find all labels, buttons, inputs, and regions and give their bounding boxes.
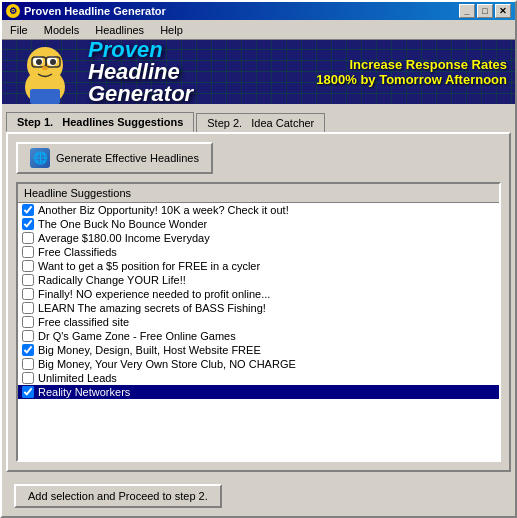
generate-button[interactable]: 🌐 Generate Effective Headlines [16, 142, 213, 174]
list-body[interactable]: Another Biz Opportunity! 10K a week? Che… [18, 203, 499, 460]
title-bar: ⚙ Proven Headline Generator _ □ ✕ [2, 2, 515, 20]
logo-proven: Proven [88, 40, 193, 61]
list-item-text: Radically Change YOUR Life!! [38, 274, 186, 286]
list-item-checkbox[interactable] [22, 344, 34, 356]
menu-file[interactable]: File [6, 22, 32, 38]
list-header-label: Headline Suggestions [24, 187, 131, 199]
window-title: Proven Headline Generator [24, 5, 166, 17]
tagline-line1: Increase Response Rates [316, 57, 507, 72]
list-item-text: Finally! NO experience needed to profit … [38, 288, 270, 300]
list-item[interactable]: LEARN The amazing secrets of BASS Fishin… [18, 301, 499, 315]
minimize-button[interactable]: _ [459, 4, 475, 18]
list-item-checkbox[interactable] [22, 316, 34, 328]
tagline-line2: 1800% by Tomorrow Afternoon [316, 72, 507, 87]
list-item-text: Unlimited Leads [38, 372, 117, 384]
proceed-button[interactable]: Add selection and Proceed to step 2. [14, 484, 222, 508]
logo-headline: Headline [88, 61, 193, 83]
header-tagline: Increase Response Rates 1800% by Tomorro… [316, 57, 507, 87]
list-item-checkbox[interactable] [22, 274, 34, 286]
list-item-text: The One Buck No Bounce Wonder [38, 218, 207, 230]
list-item[interactable]: Unlimited Leads [18, 371, 499, 385]
list-item-checkbox[interactable] [22, 386, 34, 398]
list-item-text: Average $180.00 Income Everyday [38, 232, 210, 244]
tab-step2-label: Step 2. Idea Catcher [207, 117, 314, 129]
list-item-checkbox[interactable] [22, 204, 34, 216]
list-item[interactable]: Another Biz Opportunity! 10K a week? Che… [18, 203, 499, 217]
header-content: Proven Headline Generator Increase Respo… [10, 40, 507, 104]
list-item[interactable]: Dr Q's Game Zone - Free Online Games [18, 329, 499, 343]
close-button[interactable]: ✕ [495, 4, 511, 18]
list-item-text: Free Classifieds [38, 246, 117, 258]
list-item-text: Free classified site [38, 316, 129, 328]
list-item-checkbox[interactable] [22, 302, 34, 314]
svg-point-5 [50, 59, 56, 65]
list-item-text: LEARN The amazing secrets of BASS Fishin… [38, 302, 266, 314]
window-controls: _ □ ✕ [459, 4, 511, 18]
main-content: Step 1. Headlines Suggestions Step 2. Id… [2, 104, 515, 516]
tab-step1[interactable]: Step 1. Headlines Suggestions [6, 112, 194, 132]
list-item[interactable]: Want to get a $5 position for FREE in a … [18, 259, 499, 273]
list-item-checkbox[interactable] [22, 372, 34, 384]
generate-button-label: Generate Effective Headlines [56, 152, 199, 164]
title-bar-left: ⚙ Proven Headline Generator [6, 4, 166, 18]
svg-point-9 [42, 66, 48, 70]
app-logo: Proven Headline Generator [88, 40, 193, 104]
main-window: ⚙ Proven Headline Generator _ □ ✕ File M… [0, 0, 517, 518]
list-item[interactable]: Free Classifieds [18, 245, 499, 259]
menu-models[interactable]: Models [40, 22, 83, 38]
svg-rect-10 [30, 89, 60, 104]
headline-list: Headline Suggestions Another Biz Opportu… [16, 182, 501, 462]
list-item[interactable]: Free classified site [18, 315, 499, 329]
mascot-image [10, 40, 80, 104]
tab-step2[interactable]: Step 2. Idea Catcher [196, 113, 325, 132]
list-item-checkbox[interactable] [22, 246, 34, 258]
proceed-button-label: Add selection and Proceed to step 2. [28, 490, 208, 502]
svg-point-4 [36, 59, 42, 65]
list-item[interactable]: Finally! NO experience needed to profit … [18, 287, 499, 301]
list-item-text: Want to get a $5 position for FREE in a … [38, 260, 260, 272]
list-item[interactable]: Big Money, Your Very Own Store Club, NO … [18, 357, 499, 371]
tab-step1-label: Step 1. Headlines Suggestions [17, 116, 183, 128]
list-item-text: Reality Networkers [38, 386, 130, 398]
list-header: Headline Suggestions [18, 184, 499, 203]
menu-headlines[interactable]: Headlines [91, 22, 148, 38]
maximize-button[interactable]: □ [477, 4, 493, 18]
list-item[interactable]: Big Money, Design, Built, Host Website F… [18, 343, 499, 357]
list-item-text: Big Money, Design, Built, Host Website F… [38, 344, 261, 356]
list-item-text: Big Money, Your Very Own Store Club, NO … [38, 358, 296, 370]
list-item[interactable]: The One Buck No Bounce Wonder [18, 217, 499, 231]
main-panel: 🌐 Generate Effective Headlines Headline … [6, 132, 511, 472]
app-icon: ⚙ [6, 4, 20, 18]
list-item-checkbox[interactable] [22, 330, 34, 342]
menu-bar: File Models Headlines Help [2, 20, 515, 40]
list-item[interactable]: Reality Networkers [18, 385, 499, 399]
menu-help[interactable]: Help [156, 22, 187, 38]
list-item-text: Another Biz Opportunity! 10K a week? Che… [38, 204, 289, 216]
header-banner: Proven Headline Generator Increase Respo… [2, 40, 515, 104]
list-item[interactable]: Average $180.00 Income Everyday [18, 231, 499, 245]
logo-generator: Generator [88, 83, 193, 104]
list-item-checkbox[interactable] [22, 218, 34, 230]
list-item-text: Dr Q's Game Zone - Free Online Games [38, 330, 236, 342]
generate-icon: 🌐 [30, 148, 50, 168]
list-item-checkbox[interactable] [22, 288, 34, 300]
bottom-area: Add selection and Proceed to step 2. [6, 472, 511, 512]
list-item[interactable]: Radically Change YOUR Life!! [18, 273, 499, 287]
list-item-checkbox[interactable] [22, 232, 34, 244]
tabs-area: Step 1. Headlines Suggestions Step 2. Id… [6, 108, 511, 132]
list-item-checkbox[interactable] [22, 358, 34, 370]
list-item-checkbox[interactable] [22, 260, 34, 272]
